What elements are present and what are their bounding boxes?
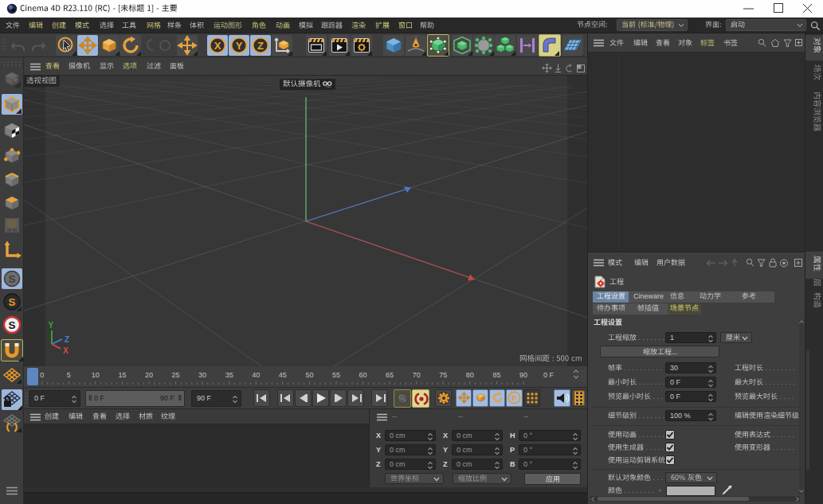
- svg-text:S: S: [8, 296, 15, 308]
- svg-text:50: 50: [305, 371, 313, 379]
- svg-text:65: 65: [386, 371, 394, 379]
- svg-text:90: 90: [519, 371, 527, 379]
- svg-text:S: S: [8, 273, 15, 285]
- svg-text:60: 60: [359, 371, 366, 379]
- svg-text:5: 5: [67, 371, 71, 379]
- svg-text:X: X: [63, 346, 69, 355]
- svg-text:Y: Y: [49, 321, 54, 330]
- svg-text:70: 70: [413, 371, 421, 379]
- svg-text:P: P: [511, 393, 517, 402]
- svg-text:25: 25: [172, 371, 180, 379]
- svg-text:Z: Z: [257, 40, 264, 52]
- svg-text:40: 40: [252, 371, 260, 379]
- svg-text:Z: Z: [65, 335, 69, 344]
- svg-text:55: 55: [332, 371, 340, 379]
- svg-text:45: 45: [279, 371, 287, 379]
- svg-text:20: 20: [145, 371, 153, 379]
- svg-text:X: X: [214, 40, 221, 52]
- svg-text:10: 10: [92, 371, 100, 379]
- svg-text:S: S: [8, 319, 15, 331]
- svg-text:80: 80: [466, 371, 474, 379]
- svg-text:0: 0: [40, 371, 44, 379]
- svg-text:0 F: 0 F: [543, 371, 555, 379]
- svg-text:15: 15: [118, 371, 126, 379]
- svg-text:35: 35: [225, 371, 233, 379]
- svg-text:85: 85: [492, 371, 500, 379]
- svg-text:75: 75: [439, 371, 447, 379]
- svg-text:Y: Y: [236, 40, 243, 52]
- svg-text:30: 30: [198, 371, 206, 379]
